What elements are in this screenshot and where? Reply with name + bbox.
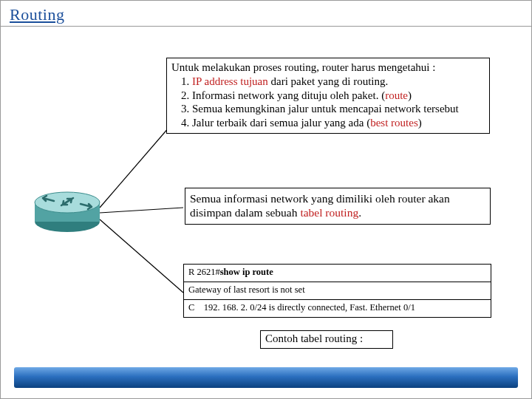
info-box-storage: Semua informasi network yang dimiliki ol… [185,188,491,225]
info-box-requirements: Untuk melakukan proses routing, router h… [166,58,490,134]
text: Informasi network yang dituju oleh paket… [192,89,385,101]
cli-output-row: Gateway of last resort is not set [184,282,491,300]
title-bar: Routing [1,1,531,27]
cli-prompt: R 2621# [188,267,220,277]
highlight: tabel routing [300,206,358,219]
text: ) [408,89,412,101]
list-item: Informasi network yang dituju oleh paket… [192,89,485,103]
cli-command: show ip route [220,267,273,277]
text: Jalur terbaik dari semua jalur yang ada … [192,117,370,129]
text: Semua kemungkinan jalur untuk mencapai n… [192,103,459,115]
route-code: C [188,302,194,313]
text: dari paket yang di routing. [268,75,388,87]
highlight: IP address tujuan [192,75,268,87]
text: ) [418,117,422,129]
routing-table-example: R 2621#show ip route Gateway of last res… [183,264,491,318]
intro-text: Untuk melakukan proses routing, router h… [171,61,485,75]
list-item: Jalur terbaik dari semua jalur yang ada … [192,116,485,130]
cli-route-row: C 192. 168. 2. 0/24 is directly connecte… [184,300,491,317]
svg-line-2 [100,219,183,293]
cli-prompt-row: R 2621#show ip route [184,265,491,282]
list-item: IP address tujuan dari paket yang di rou… [192,75,485,89]
list-item: Semua kemungkinan jalur untuk mencapai n… [192,102,485,116]
highlight: best routes [370,117,418,129]
page-title: Routing [10,5,531,24]
svg-line-1 [100,208,183,213]
text: . [358,206,361,219]
example-label: Contoh tabel routing : [265,332,363,344]
footer-bar [14,367,518,388]
cli-output: Gateway of last resort is not set [188,284,305,295]
highlight: route [385,89,408,101]
router-icon [33,189,101,233]
slide: Routing Untuk melakukan proses routing, … [0,0,532,399]
requirement-list: IP address tujuan dari paket yang di rou… [171,75,485,130]
route-text: 192. 168. 2. 0/24 is directly connected,… [204,302,415,313]
example-label-box: Contoh tabel routing : [260,330,393,349]
